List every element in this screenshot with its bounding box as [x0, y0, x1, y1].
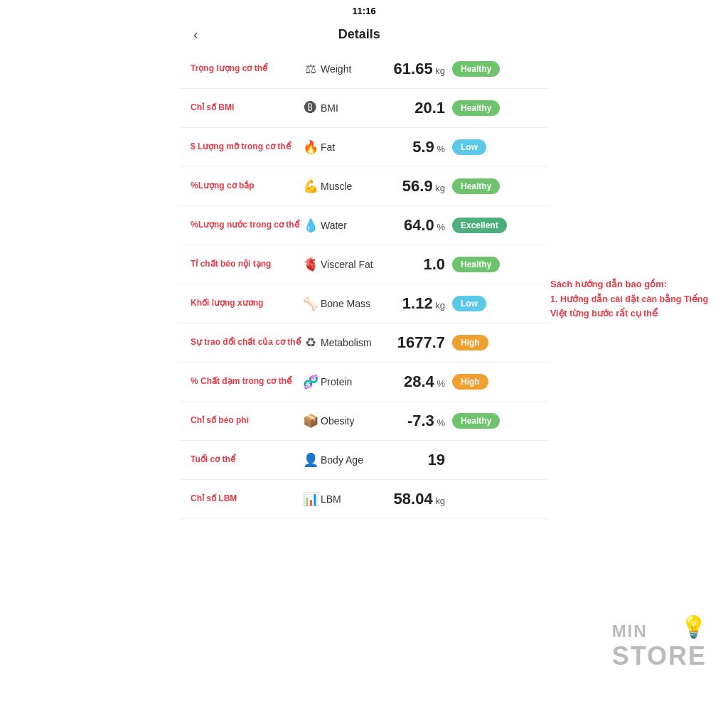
status-badge: High	[452, 374, 488, 390]
metric-value: -7.3 %	[388, 412, 445, 430]
metric-row: Sự trao đổi chất của cơ thể♻Metabolism16…	[179, 323, 549, 363]
metric-row: $ Lượng mỡ trong cơ thể🔥Fat5.9 %Low	[179, 128, 549, 167]
metric-row: Chỉ số LBM📊LBM58.04 kg	[179, 480, 549, 519]
metric-icon: ⚖	[301, 61, 321, 77]
status-badge: Healthy	[452, 61, 500, 77]
metric-en-label: Fat	[321, 141, 388, 153]
metric-row: Khối lượng xương🦴Bone Mass1.12 kgLow	[179, 284, 549, 323]
side-note: Sách hướng dẫn bao gồm: 1. Hướng dẫn cài…	[550, 277, 714, 321]
metric-icon: 👤	[301, 452, 321, 468]
metric-value: 20.1	[388, 99, 445, 117]
status-badge: Healthy	[452, 100, 500, 116]
metric-en-label: Body Age	[321, 454, 388, 466]
app-container: 11:16 ‹ Details Trọng lượng cơ thể⚖Weigh…	[0, 0, 728, 728]
status-badge: High	[452, 335, 488, 350]
metric-vn-label: Tuổi cơ thể	[191, 454, 301, 466]
metric-en-label: Protein	[321, 376, 388, 387]
metric-vn-label: %Lượng cơ bắp	[191, 181, 301, 192]
status-badge: Excellent	[452, 218, 507, 233]
metric-icon: 💪	[301, 178, 321, 194]
metric-row: Tuổi cơ thể👤Body Age19	[179, 441, 549, 480]
metrics-list: Trọng lượng cơ thể⚖Weight61.65 kgHealthy…	[179, 50, 549, 721]
metric-icon: 🦴	[301, 296, 321, 311]
metric-row: %Lượng cơ bắp💪Muscle56.9 kgHealthy	[179, 167, 549, 206]
watermark: 💡 MIN STORE	[612, 621, 707, 671]
status-bar: 11:16	[179, 0, 549, 19]
page-title: Details	[205, 27, 513, 42]
metric-en-label: Bone Mass	[321, 298, 388, 309]
metric-en-label: Weight	[321, 63, 388, 75]
metric-en-label: LBM	[321, 493, 388, 505]
metric-vn-label: Chỉ số béo phì	[191, 415, 301, 427]
metric-vn-label: % Chất đạm trong cơ thể	[191, 376, 301, 387]
back-button[interactable]: ‹	[193, 26, 198, 43]
metric-en-label: BMI	[321, 102, 388, 114]
status-badge: Healthy	[452, 178, 500, 194]
metric-vn-label: Trọng lượng cơ thể	[191, 63, 301, 75]
metric-row: Chỉ số BMI🅑BMI20.1Healthy	[179, 89, 549, 128]
metric-vn-label: %Lượng nước trong cơ thể	[191, 220, 301, 231]
time-display: 11:16	[352, 6, 375, 16]
bulb-icon: 💡	[680, 614, 707, 639]
metric-value: 64.0 %	[388, 216, 445, 235]
metric-vn-label: Chỉ số BMI	[191, 102, 301, 114]
watermark-line2: STORE	[612, 641, 707, 671]
metric-value: 1.12 kg	[388, 294, 445, 313]
metric-en-label: Obesity	[321, 415, 388, 427]
metric-icon: 🅑	[301, 101, 321, 116]
metric-row: % Chất đạm trong cơ thể🧬Protein28.4 %Hig…	[179, 363, 549, 402]
status-badge: Low	[452, 139, 486, 155]
metric-row: Tỉ chất béo nội tạng🫀Visceral Fat1.0Heal…	[179, 245, 549, 284]
phone-frame: 11:16 ‹ Details Trọng lượng cơ thể⚖Weigh…	[179, 0, 549, 728]
metric-en-label: Visceral Fat	[321, 259, 388, 270]
metric-value: 58.04 kg	[388, 490, 445, 508]
metric-value: 28.4 %	[388, 373, 445, 391]
metric-vn-label: Tỉ chất béo nội tạng	[191, 259, 301, 270]
side-note-title: Sách hướng dẫn bao gồm:	[550, 277, 714, 292]
metric-value: 56.9 kg	[388, 177, 445, 196]
metric-icon: 🧬	[301, 374, 321, 390]
metric-icon: 🫀	[301, 257, 321, 272]
metric-en-label: Metabolism	[321, 337, 388, 348]
metric-vn-label: Chỉ số LBM	[191, 493, 301, 505]
metric-vn-label: Sự trao đổi chất của cơ thể	[191, 337, 301, 348]
metric-value: 1677.7	[388, 333, 445, 352]
side-note-item1: 1. Hướng dẫn cài đặt cân bằng Tiếng Việt…	[550, 292, 714, 321]
metric-vn-label: Khối lượng xương	[191, 298, 301, 309]
status-badge: Healthy	[452, 257, 500, 272]
metric-icon: 📦	[301, 413, 321, 429]
metric-icon: 📊	[301, 491, 321, 507]
metric-value: 61.65 kg	[388, 60, 445, 78]
metric-icon: ♻	[301, 335, 321, 350]
metric-row: Chỉ số béo phì📦Obesity-7.3 %Healthy	[179, 402, 549, 441]
metric-icon: 🔥	[301, 139, 321, 155]
metric-en-label: Muscle	[321, 181, 388, 192]
metric-row: Trọng lượng cơ thể⚖Weight61.65 kgHealthy	[179, 50, 549, 89]
metric-vn-label: $ Lượng mỡ trong cơ thể	[191, 141, 301, 153]
page-header: ‹ Details	[179, 19, 549, 50]
metric-value: 1.0	[388, 255, 445, 274]
metric-en-label: Water	[321, 220, 388, 231]
status-badge: Low	[452, 296, 486, 311]
status-badge: Healthy	[452, 413, 500, 429]
metric-row: %Lượng nước trong cơ thể💧Water64.0 %Exce…	[179, 206, 549, 245]
metric-icon: 💧	[301, 218, 321, 233]
metric-value: 5.9 %	[388, 138, 445, 156]
metric-value: 19	[388, 451, 445, 469]
